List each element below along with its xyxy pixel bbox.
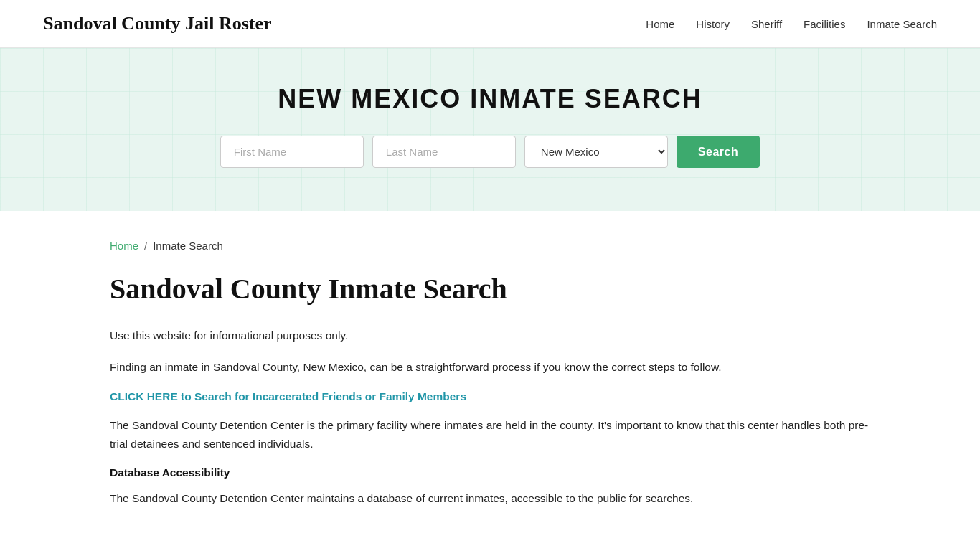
nav-link-inmate-search[interactable]: Inmate Search [867, 18, 937, 30]
page-heading: Sandoval County Inmate Search [110, 272, 870, 306]
para-3: The Sandoval County Detention Center is … [110, 416, 870, 454]
main-content: Home / Inmate Search Sandoval County Inm… [67, 211, 913, 551]
state-select[interactable]: New MexicoAlabamaAlaskaArizonaArkansasCa… [524, 136, 668, 168]
breadcrumb-separator: / [144, 240, 147, 252]
nav-link-history[interactable]: History [696, 18, 730, 30]
nav-link-sheriff[interactable]: Sheriff [751, 18, 782, 30]
site-header: Sandoval County Jail Roster Home History… [0, 0, 980, 48]
hero-banner: NEW MEXICO INMATE SEARCH New MexicoAlaba… [0, 48, 980, 211]
breadcrumb-home-link[interactable]: Home [110, 240, 138, 252]
breadcrumb: Home / Inmate Search [110, 240, 870, 252]
breadcrumb-current: Inmate Search [153, 240, 223, 252]
nav-link-facilities[interactable]: Facilities [804, 18, 845, 30]
section-heading-db: Database Accessibility [110, 466, 870, 479]
para-2: Finding an inmate in Sandoval County, Ne… [110, 358, 870, 377]
para-4: The Sandoval County Detention Center mai… [110, 489, 870, 508]
para-1: Use this website for informational purpo… [110, 326, 870, 345]
hero-title: NEW MEXICO INMATE SEARCH [14, 84, 966, 114]
search-button[interactable]: Search [677, 136, 760, 168]
first-name-input[interactable] [220, 136, 364, 168]
inmate-search-form: New MexicoAlabamaAlaskaArizonaArkansasCa… [14, 136, 966, 168]
site-title: Sandoval County Jail Roster [43, 13, 272, 34]
nav-link-home[interactable]: Home [646, 18, 674, 30]
cta-link[interactable]: CLICK HERE to Search for Incarcerated Fr… [110, 390, 870, 403]
last-name-input[interactable] [372, 136, 516, 168]
main-nav: Home History Sheriff Facilities Inmate S… [646, 18, 937, 30]
